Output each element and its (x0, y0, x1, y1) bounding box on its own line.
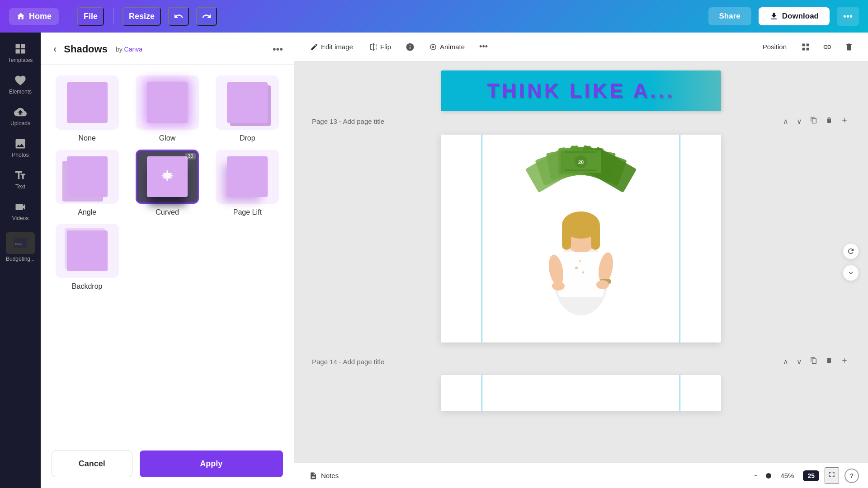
shadow-preview-pagelift (216, 150, 279, 204)
canvas-scroll[interactable]: THINK LIKE A... Page 13 - Add page title… (294, 61, 868, 463)
page14-header-row: Page 14 - Add page title ∧ ∨ (312, 352, 850, 371)
canvas-side-controls (843, 243, 859, 281)
canvas-area: THINK LIKE A... Page 13 - Add page title… (294, 61, 868, 463)
shadow-label-backdrop: Backdrop (72, 282, 103, 291)
notes-label: Notes (321, 472, 339, 479)
sub-toolbar: Edit image Flip Animate ••• Position (294, 33, 868, 61)
info-button[interactable] (400, 39, 420, 55)
guide-line-left (484, 70, 485, 111)
svg-point-30 (582, 272, 585, 274)
panel-actions: Cancel Apply (41, 443, 294, 488)
sidebar-item-elements[interactable]: Elements (3, 70, 38, 99)
zoom-level-display[interactable]: 45% (777, 470, 797, 481)
shadow-option-backdrop[interactable]: Backdrop (52, 224, 123, 291)
svg-rect-21 (562, 223, 571, 250)
divider (68, 8, 68, 24)
shadow-option-angle[interactable]: Angle (52, 150, 123, 216)
redo-button[interactable] (196, 7, 217, 26)
page14-up-button[interactable]: ∧ (781, 356, 790, 368)
page13-add-button[interactable] (839, 115, 850, 127)
shadow-option-glow[interactable]: Glow (132, 75, 203, 142)
position-label: Position (763, 43, 787, 51)
topbar-more-button[interactable]: ••• (837, 7, 859, 26)
undo-button[interactable] (168, 7, 189, 26)
link-button[interactable] (817, 39, 837, 55)
zoom-out-button[interactable]: - (750, 469, 760, 482)
page13-canvas[interactable]: 20 (441, 135, 721, 343)
animate-button[interactable]: Animate (422, 39, 472, 55)
sidebar-item-thumbnail[interactable]: Budget Budgeting... (3, 228, 38, 267)
sidebar-item-uploads[interactable]: Uploads (3, 101, 38, 131)
toolbar-more-button[interactable]: ••• (474, 38, 493, 55)
page14-guide-left (481, 375, 482, 411)
page13-up-button[interactable]: ∧ (781, 115, 790, 127)
page14-title: Page 14 - Add page title (312, 358, 384, 366)
shadow-option-drop[interactable]: Drop (212, 75, 283, 142)
notes-button[interactable]: Notes (303, 468, 345, 483)
videos-label: Videos (12, 215, 28, 221)
text-icon (14, 169, 27, 182)
fullscreen-button[interactable] (825, 467, 839, 484)
download-button[interactable]: Download (759, 7, 830, 25)
sidebar-item-text[interactable]: Text (3, 164, 38, 194)
flip-button[interactable]: Flip (362, 39, 398, 55)
scroll-down-button[interactable] (843, 265, 859, 281)
help-button[interactable]: ? (844, 469, 859, 483)
uploads-icon (14, 106, 27, 118)
shadow-preview-drop (216, 75, 279, 130)
shadow-option-none[interactable]: None (52, 75, 123, 142)
panel-canva-link[interactable]: Canva (124, 46, 142, 53)
uploads-label: Uploads (10, 120, 30, 127)
home-label: Home (29, 12, 52, 21)
page14-delete-button[interactable] (824, 355, 835, 368)
panel-back-button[interactable]: ‹ (52, 42, 58, 57)
elements-icon (14, 74, 27, 87)
page14-down-button[interactable]: ∨ (795, 356, 804, 368)
videos-icon (14, 201, 27, 213)
page13-copy-button[interactable] (808, 115, 819, 127)
shadow-preview-curved: 30 (136, 150, 199, 204)
photos-label: Photos (12, 152, 28, 158)
resize-button[interactable]: Resize (123, 7, 161, 26)
curved-badge: 30 (185, 153, 196, 160)
page13-title: Page 13 - Add page title (312, 117, 384, 125)
sidebar-item-videos[interactable]: Videos (3, 196, 38, 226)
share-button[interactable]: Share (708, 7, 751, 25)
edit-image-label: Edit image (321, 43, 353, 51)
page14-copy-button[interactable] (808, 355, 819, 368)
svg-rect-16 (565, 151, 597, 153)
delete-button[interactable] (839, 39, 859, 55)
animate-label: Animate (440, 43, 465, 51)
banner-text: THINK LIKE A... (487, 80, 675, 102)
zoom-dot (766, 473, 771, 479)
shadow-option-pagelift[interactable]: Page Lift (212, 150, 283, 216)
svg-point-29 (575, 267, 578, 269)
refresh-button[interactable] (843, 243, 859, 259)
sidebar-item-templates[interactable]: Templates (3, 38, 38, 68)
shadow-preview-angle (56, 150, 119, 204)
home-button[interactable]: Home (9, 8, 59, 25)
edit-image-button[interactable]: Edit image (303, 39, 360, 55)
shadow-label-drop: Drop (240, 134, 255, 142)
page13-down-button[interactable]: ∨ (795, 115, 804, 127)
position-button[interactable]: Position (755, 39, 794, 54)
divider2 (113, 8, 113, 24)
svg-rect-17 (565, 169, 597, 171)
page14-add-button[interactable] (839, 355, 850, 368)
file-button[interactable]: File (77, 7, 104, 26)
grid-overlay-button[interactable] (796, 39, 816, 55)
apply-button[interactable]: Apply (140, 450, 283, 477)
cancel-button[interactable]: Cancel (52, 450, 132, 477)
templates-label: Templates (8, 57, 33, 63)
panel-more-button[interactable]: ••• (273, 43, 283, 55)
svg-text:20: 20 (578, 160, 584, 165)
canvas-guide-left (481, 135, 482, 343)
svg-rect-3 (162, 175, 173, 177)
sidebar-item-photos[interactable]: Photos (3, 133, 38, 163)
page13-delete-button[interactable] (824, 115, 835, 127)
shadow-option-curved[interactable]: 30 Curved (132, 150, 203, 216)
shadow-label-glow: Glow (159, 134, 175, 142)
page14-canvas[interactable] (441, 375, 721, 411)
svg-rect-23 (558, 252, 604, 297)
shadow-preview-glow (136, 75, 199, 130)
